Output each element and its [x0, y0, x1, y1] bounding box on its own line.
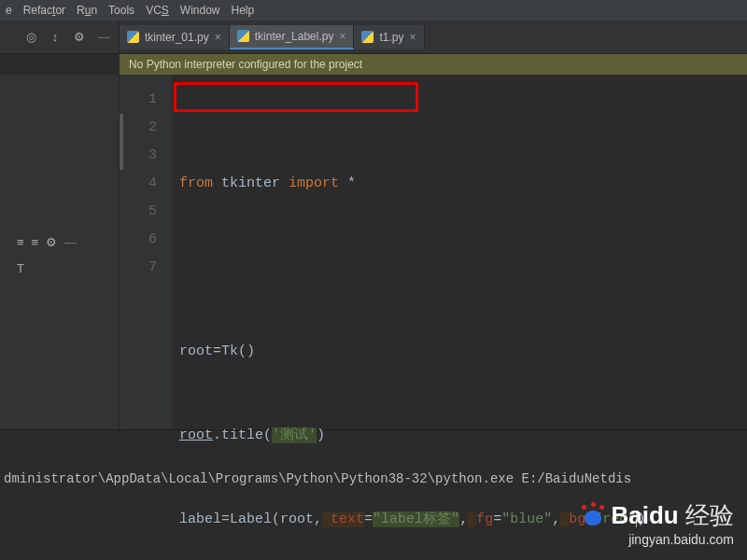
toolbar-row: ◎ ↕ ⚙ — tkinter_01.py × tkinter_Label.py… — [0, 21, 747, 54]
warning-text: No Python interpreter configured for the… — [129, 58, 362, 71]
project-toolbar: ◎ ↕ ⚙ — — [0, 21, 120, 53]
expand-icon[interactable]: ↕ — [48, 30, 63, 45]
tab-tkinter-label[interactable]: tkinter_Label.py × — [230, 25, 355, 49]
python-icon — [361, 31, 374, 43]
menu-window[interactable]: Window — [180, 4, 220, 17]
code-line: root.title('测试') — [179, 422, 740, 450]
tab-label: tkinter_01.py — [145, 31, 209, 44]
line-number: 5 — [120, 198, 157, 226]
close-icon[interactable]: × — [339, 30, 345, 43]
gear-icon[interactable]: ⚙ — [46, 235, 57, 249]
tab-tkinter-01[interactable]: tkinter_01.py × — [120, 25, 230, 49]
code-line — [179, 254, 740, 282]
structure-tool-icons: ≡ ≡ ⚙ — — [17, 235, 77, 249]
tab-label: tkinter_Label.py — [255, 30, 334, 43]
line-number-gutter: 1 2 3 4 5 6 7 — [120, 75, 172, 429]
menu-vcs[interactable]: VCS — [146, 4, 169, 17]
line-number: 1 — [120, 86, 157, 114]
menu-help[interactable]: Help — [232, 4, 255, 17]
code-line: from tkinter import * — [179, 170, 740, 198]
text-tool-icon[interactable]: T — [17, 261, 24, 275]
tab-t1[interactable]: t1.py × — [354, 25, 424, 49]
code-editor[interactable]: from tkinter import * root=Tk() root.tit… — [172, 75, 747, 429]
code-line: root=Tk() — [179, 338, 740, 366]
line-number: 7 — [120, 254, 157, 282]
menu-run[interactable]: Run — [77, 4, 97, 17]
menu-tools[interactable]: Tools — [108, 4, 134, 17]
line-number: 6 — [120, 226, 157, 254]
menu-bar: e Refactor Run Tools VCS Window Help — [0, 0, 747, 21]
target-icon[interactable]: ◎ — [23, 30, 38, 45]
interpreter-warning[interactable]: No Python interpreter configured for the… — [120, 54, 747, 75]
close-icon[interactable]: × — [215, 31, 221, 44]
indent-left-icon[interactable]: ≡ — [17, 235, 24, 249]
python-icon — [127, 31, 139, 43]
line-number: 4 — [120, 170, 157, 198]
editor-area: ≡ ≡ ⚙ — T 1 2 3 4 5 6 7 from tkinter imp… — [0, 75, 747, 429]
editor-tabs: tkinter_01.py × tkinter_Label.py × t1.py… — [120, 21, 425, 53]
line-number: 3 — [120, 142, 157, 170]
highlight-box — [174, 82, 418, 112]
change-marker — [120, 114, 123, 170]
line-number: 2 — [120, 114, 157, 142]
code-line: label=Label(root, text="label标签", fg="bl… — [179, 506, 740, 534]
tab-label: t1.py — [379, 31, 403, 44]
python-icon — [237, 30, 249, 42]
collapse-icon[interactable]: — — [96, 30, 111, 45]
close-icon[interactable]: × — [410, 31, 416, 44]
gear-icon[interactable]: ⚙ — [72, 30, 87, 45]
menu-refactor[interactable]: Refactor — [23, 4, 65, 17]
menu-truncated[interactable]: e — [6, 4, 12, 17]
indent-right-icon[interactable]: ≡ — [32, 235, 39, 249]
left-gutter: ≡ ≡ ⚙ — T — [0, 75, 120, 429]
collapse-icon[interactable]: — — [64, 235, 77, 249]
